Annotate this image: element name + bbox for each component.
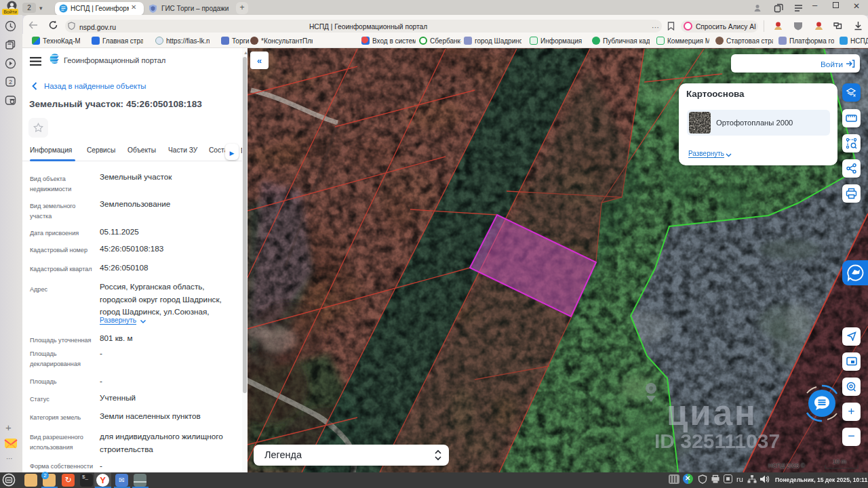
svg-text:2: 2 <box>9 79 12 85</box>
svg-text:циан: циан <box>667 394 757 432</box>
svg-text:ID 325111037: ID 325111037 <box>654 430 780 452</box>
